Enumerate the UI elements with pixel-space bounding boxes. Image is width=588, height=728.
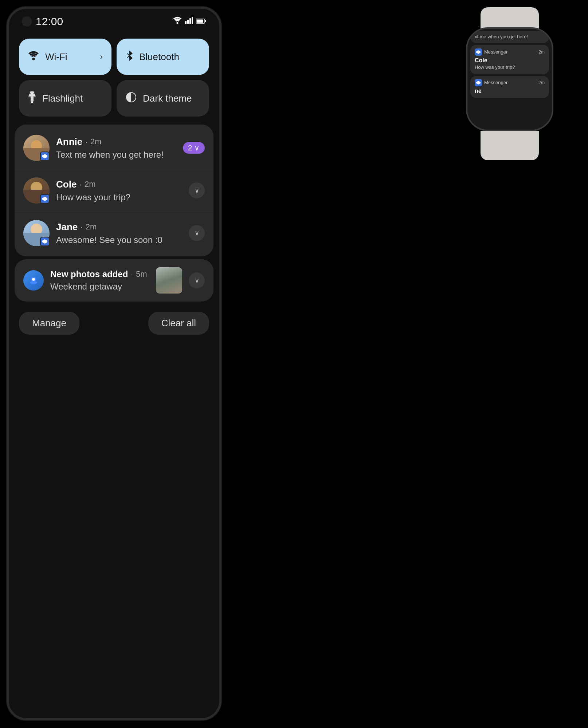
photos-subtitle: Weekend getaway [50, 282, 149, 292]
status-time: 12:00 [36, 15, 63, 28]
wifi-status-icon [173, 17, 182, 26]
watch-top-message: xt me when you get here! [475, 34, 545, 40]
notifications-container: Annie · 2m Text me when you get here! 2 … [15, 125, 213, 256]
clear-all-button[interactable]: Clear all [148, 312, 209, 335]
svg-rect-9 [30, 91, 34, 94]
photos-time: 5m [136, 269, 147, 279]
annie-avatar-wrap [23, 135, 50, 161]
annie-time: 2m [90, 137, 102, 146]
watch-case: xt me when you get here! Messenger 2m Co… [466, 27, 553, 131]
annie-message: Text me when you get here! [56, 150, 176, 160]
watch-top-clip: xt me when you get here! [470, 31, 549, 43]
photos-notif-content: New photos added · 5m Weekend getaway [50, 269, 149, 292]
annie-count-badge[interactable]: 2 ∨ [183, 142, 205, 154]
cole-notif-content: Cole · 2m How was your trip? [56, 179, 182, 202]
svg-rect-2 [187, 20, 189, 24]
camera-dot [22, 16, 32, 27]
photos-notification[interactable]: New photos added · 5m Weekend getaway ∨ [15, 259, 213, 302]
watch-cole-sender: Cole [475, 57, 545, 64]
bluetooth-tile-label: Bluetooth [139, 51, 179, 63]
jane-notif-content: Jane · 2m Awesome! See you soon :0 [56, 221, 182, 245]
status-icons [173, 17, 206, 26]
svg-point-0 [177, 22, 179, 24]
wifi-tile-label: Wi-Fi [45, 51, 67, 63]
cole-name: Cole [56, 179, 77, 190]
wifi-tile-icon [28, 51, 39, 63]
watch: xt me when you get here! Messenger 2m Co… [453, 7, 566, 160]
notification-jane[interactable]: Jane · 2m Awesome! See you soon :0 ∨ [15, 212, 213, 254]
jane-time: 2m [86, 222, 97, 232]
annie-name: Annie [56, 136, 82, 147]
cole-time: 2m [85, 180, 96, 189]
bluetooth-tile-icon [125, 50, 133, 64]
svg-rect-7 [197, 20, 203, 23]
svg-point-13 [32, 278, 35, 281]
watch-band-bottom [481, 131, 539, 160]
watch-bottom-sender: ne [475, 88, 545, 94]
watch-bottom-app-name: Messenger [484, 80, 536, 85]
svg-point-8 [32, 58, 35, 60]
photos-thumbnail [156, 267, 182, 294]
jane-expand-btn[interactable]: ∨ [189, 225, 205, 241]
svg-rect-1 [185, 21, 187, 24]
phone: 12:00 [7, 7, 222, 720]
wifi-tile-arrow: › [100, 52, 103, 62]
cole-message: How was your trip? [56, 192, 182, 202]
jane-name: Jane [56, 221, 78, 233]
flashlight-tile[interactable]: Flashlight [19, 80, 111, 117]
watch-cole-time: 2m [538, 50, 545, 55]
watch-messenger-icon-1 [475, 48, 482, 56]
cole-expand-btn[interactable]: ∨ [189, 182, 205, 198]
jane-action: ∨ [189, 225, 205, 241]
status-bar: 12:00 [9, 9, 219, 31]
annie-notif-content: Annie · 2m Text me when you get here! [56, 136, 176, 160]
notification-annie[interactable]: Annie · 2m Text me when you get here! 2 … [15, 127, 213, 169]
annie-action: 2 ∨ [183, 142, 205, 154]
battery-status-icon [196, 17, 206, 26]
watch-bottom-clip: Messenger 2m ne [470, 76, 549, 98]
tile-row-1: Wi-Fi › Bluetooth [19, 39, 209, 75]
annie-app-badge [40, 151, 50, 161]
watch-bottom-time: 2m [538, 80, 545, 85]
wifi-tile[interactable]: Wi-Fi › [19, 39, 111, 75]
flashlight-tile-icon [28, 91, 36, 106]
photos-expand-btn[interactable]: ∨ [189, 272, 205, 288]
dark-theme-tile[interactable]: Dark theme [117, 80, 209, 117]
watch-notif-cole[interactable]: Messenger 2m Cole How was your trip? [470, 45, 549, 74]
cole-action: ∨ [189, 182, 205, 198]
flashlight-tile-label: Flashlight [42, 93, 83, 104]
watch-screen: xt me when you get here! Messenger 2m Co… [467, 29, 552, 130]
svg-rect-3 [189, 18, 191, 24]
svg-rect-11 [31, 102, 33, 103]
dark-theme-tile-label: Dark theme [143, 93, 192, 104]
dark-theme-tile-icon [125, 91, 137, 106]
svg-rect-10 [31, 97, 34, 102]
cole-app-badge [40, 194, 50, 204]
quick-tiles: Wi-Fi › Bluetooth [9, 31, 219, 122]
jane-message: Awesome! See you soon :0 [56, 235, 182, 245]
manage-button[interactable]: Manage [19, 312, 79, 335]
svg-rect-6 [205, 20, 206, 22]
photos-app-icon [23, 270, 44, 291]
watch-cole-message: How was your trip? [475, 64, 545, 71]
notification-cole[interactable]: Cole · 2m How was your trip? ∨ [15, 169, 213, 212]
tile-row-2: Flashlight Dark theme [19, 80, 209, 117]
jane-app-badge [40, 237, 50, 246]
jane-avatar-wrap [23, 220, 50, 246]
svg-rect-4 [192, 17, 193, 24]
watch-cole-app-name: Messenger [484, 49, 536, 55]
signal-status-icon [185, 17, 193, 26]
watch-messenger-icon-2 [475, 79, 482, 86]
photos-title: New photos added [50, 269, 128, 279]
action-buttons: Manage Clear all [9, 302, 219, 342]
cole-avatar-wrap [23, 177, 50, 204]
bluetooth-tile[interactable]: Bluetooth [117, 39, 209, 75]
